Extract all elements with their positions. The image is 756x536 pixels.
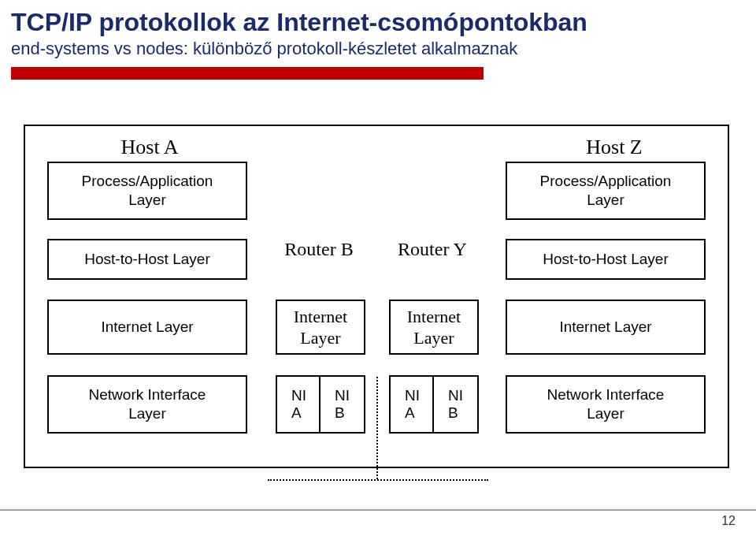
router-y-ni-b: NI B — [432, 375, 479, 434]
page-number: 12 — [721, 514, 736, 528]
host-z-internet-layer: Internet Layer — [506, 300, 706, 355]
host-a-process-app-layer: Process/Application Layer — [47, 162, 247, 220]
host-a-label: Host A — [87, 136, 213, 159]
host-a-ni-layer: Network Interface Layer — [47, 375, 247, 434]
host-a-h2h-layer: Host-to-Host Layer — [47, 239, 247, 280]
host-a-internet-layer: Internet Layer — [47, 300, 247, 355]
footer-rule — [0, 509, 756, 511]
router-b-label: Router B — [276, 239, 362, 260]
page-subtitle: end-systems vs nodes: különböző protokol… — [11, 39, 756, 59]
host-z-label: Host Z — [551, 136, 677, 159]
router-b-ni-a: NI A — [276, 375, 322, 434]
router-y-label: Router Y — [389, 239, 476, 260]
dotted-link-bottom — [268, 479, 488, 481]
page-title: TCP/IP protokollok az Internet-csomópont… — [11, 8, 756, 37]
router-y-internet-layer: Internet Layer — [389, 300, 479, 355]
host-z-process-app-layer: Process/Application Layer — [506, 162, 706, 220]
red-accent-bar — [11, 67, 484, 80]
router-y-ni-a: NI A — [389, 375, 435, 434]
host-z-ni-layer: Network Interface Layer — [506, 375, 706, 434]
router-b-internet-layer: Internet Layer — [276, 300, 365, 355]
host-z-h2h-layer: Host-to-Host Layer — [506, 239, 706, 280]
router-b-ni-b: NI B — [319, 375, 365, 434]
dotted-link-vertical — [376, 377, 378, 479]
